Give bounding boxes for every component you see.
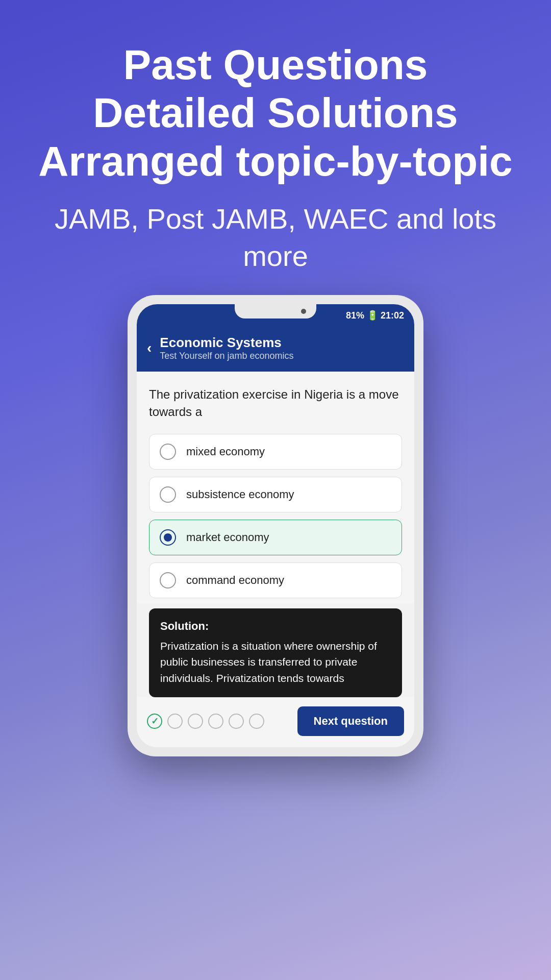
- back-button[interactable]: ‹: [147, 340, 152, 356]
- app-header: ‹ Economic Systems Test Yourself on jamb…: [137, 326, 414, 372]
- notch-camera: [301, 309, 306, 314]
- progress-dot-4: [208, 714, 223, 729]
- progress-dots: ✓: [147, 714, 264, 729]
- phone-mockup: 81% 🔋 21:02 ‹ Economic Systems Test Your…: [128, 295, 423, 756]
- hero-sub-title: JAMB, Post JAMB, WAEC and lots more: [31, 201, 520, 275]
- option-a-text: mixed economy: [186, 445, 265, 458]
- option-c-text: market economy: [186, 531, 269, 544]
- progress-dot-5: [229, 714, 244, 729]
- hero-main-title: Past QuestionsDetailed SolutionsArranged…: [31, 41, 520, 185]
- solution-box: Solution: Privatization is a situation w…: [149, 608, 402, 698]
- progress-dot-3: [188, 714, 203, 729]
- option-d-text: command economy: [186, 574, 284, 587]
- clock-time: 21:02: [381, 310, 404, 321]
- solution-label: Solution:: [160, 620, 391, 633]
- question-text: The privatization exercise in Nigeria is…: [149, 386, 402, 420]
- phone-screen: 81% 🔋 21:02 ‹ Economic Systems Test Your…: [137, 304, 414, 747]
- status-battery-time: 81% 🔋 21:02: [346, 310, 404, 321]
- hero-section: Past QuestionsDetailed SolutionsArranged…: [0, 0, 551, 295]
- screen-title: Economic Systems: [160, 335, 293, 351]
- next-question-button[interactable]: Next question: [297, 706, 404, 736]
- option-b-text: subsistence economy: [186, 488, 294, 501]
- progress-dot-1: ✓: [147, 714, 162, 729]
- question-area: The privatization exercise in Nigeria is…: [137, 372, 414, 428]
- screen-subtitle: Test Yourself on jamb economics: [160, 351, 293, 361]
- option-a[interactable]: mixed economy: [149, 434, 402, 470]
- radio-c: [160, 529, 176, 546]
- progress-dot-6: [249, 714, 264, 729]
- radio-d: [160, 572, 176, 589]
- bottom-bar: ✓ Next question: [137, 697, 414, 747]
- option-c[interactable]: market economy: [149, 520, 402, 555]
- radio-b: [160, 486, 176, 503]
- progress-dot-2: [167, 714, 183, 729]
- radio-a: [160, 444, 176, 460]
- solution-text: Privatization is a situation where owner…: [160, 638, 391, 687]
- checkmark-icon: ✓: [151, 716, 159, 727]
- radio-c-fill: [164, 533, 172, 542]
- phone-notch: [235, 304, 316, 318]
- option-d[interactable]: command economy: [149, 562, 402, 598]
- option-b[interactable]: subsistence economy: [149, 477, 402, 512]
- header-titles: Economic Systems Test Yourself on jamb e…: [160, 335, 293, 361]
- options-list: mixed economy subsistence economy market…: [137, 429, 414, 603]
- battery-percent: 81%: [346, 310, 364, 321]
